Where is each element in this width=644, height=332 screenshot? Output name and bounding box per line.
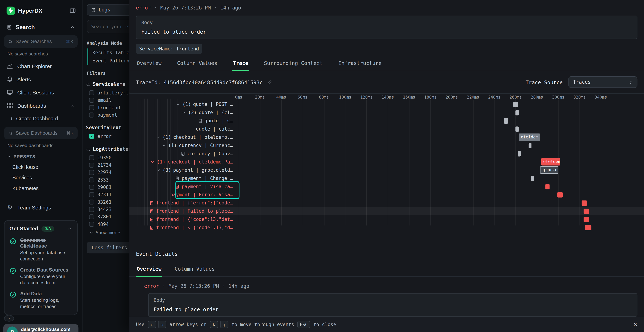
- checkbox-icon[interactable]: ✓: [89, 134, 94, 139]
- tab-trace[interactable]: Trace: [232, 56, 249, 71]
- tab-infrastructure[interactable]: Infrastructure: [338, 56, 382, 71]
- user-email: dale@clickhouse.com: [21, 327, 70, 332]
- service-tag[interactable]: ServiceName: frontend: [136, 44, 202, 54]
- less-filters-button[interactable]: Less filters: [86, 242, 136, 253]
- collapse-sidebar-icon[interactable]: [70, 7, 76, 14]
- trace-row[interactable]: (1)quote | POST …: [129, 100, 644, 108]
- chevron-down-icon[interactable]: [162, 143, 166, 148]
- trace-bar[interactable]: oteldem: [519, 134, 540, 141]
- span-label: frontend | Failed to place…: [156, 208, 233, 214]
- trace-bar[interactable]: [516, 126, 519, 132]
- trace-row[interactable]: (3)payment | grpc.oteld…grpc.o: [129, 166, 644, 174]
- checkbox-icon[interactable]: [89, 207, 94, 212]
- sidebar-item-clickhouse[interactable]: ClickHouse: [0, 162, 82, 172]
- tick-label: 180ms: [424, 95, 436, 99]
- checkbox-icon[interactable]: [89, 155, 94, 160]
- trace-bar[interactable]: [516, 110, 519, 115]
- trace-row[interactable]: (1)checkout | oteldemo.…oteldem: [129, 133, 644, 141]
- checkbox-icon[interactable]: [89, 105, 94, 110]
- presets-header[interactable]: PRESETS: [0, 151, 82, 162]
- search-icon: [86, 82, 90, 86]
- ed-tab-column-values[interactable]: Column Values: [174, 261, 216, 277]
- sidebar-item-alerts[interactable]: Alerts: [0, 72, 82, 86]
- help-button[interactable]: ?: [4, 315, 14, 322]
- tab-overview[interactable]: Overview: [136, 56, 162, 71]
- checkbox-icon[interactable]: [89, 185, 94, 190]
- chevron-down-icon[interactable]: [150, 160, 155, 164]
- get-started-item[interactable]: Add DataStart sending logs, metrics, or …: [8, 288, 73, 312]
- chevron-down-icon[interactable]: [156, 168, 160, 172]
- trace-row[interactable]: (1)checkout | oteldemo.Pa…oteldem: [129, 158, 644, 166]
- sidebar-item-client-sessions[interactable]: Client Sessions: [0, 86, 82, 99]
- edit-icon[interactable]: [267, 80, 272, 85]
- trace-source-select[interactable]: Traces: [568, 76, 638, 88]
- trace-bar[interactable]: [528, 143, 532, 148]
- get-started-items: Connect to ClickHouseSet up your databas…: [8, 235, 73, 312]
- trace-bar[interactable]: [582, 200, 587, 206]
- get-started-item[interactable]: Connect to ClickHouseSet up your databas…: [8, 235, 73, 264]
- search-section-header[interactable]: Search: [0, 20, 82, 34]
- trace-bar[interactable]: oteldem: [541, 158, 560, 166]
- trace-bar[interactable]: [584, 216, 589, 222]
- create-dashboard-button[interactable]: + Create Dashboard: [0, 112, 82, 125]
- sidebar-item-kubernetes[interactable]: Kubernetes: [0, 183, 82, 194]
- checkbox-icon[interactable]: [89, 112, 94, 118]
- checkbox-icon[interactable]: [89, 90, 94, 95]
- trace-row[interactable]: frontend | Failed to place…: [129, 207, 644, 215]
- trace-row[interactable]: frontend | {"error":{"code…: [129, 199, 644, 207]
- trace-bar[interactable]: [514, 102, 518, 107]
- trace-bar[interactable]: [504, 118, 508, 124]
- nav-item-label: Chart Explorer: [17, 63, 52, 69]
- event-timestamp: May 26 7:13:26 PM: [160, 5, 211, 11]
- chevron-down-icon[interactable]: [156, 135, 160, 139]
- trace-row[interactable]: quote | calc…: [129, 125, 644, 133]
- tick-label: 240ms: [488, 95, 500, 99]
- ed-tab-overview[interactable]: Overview: [136, 261, 162, 277]
- span-count: (3): [162, 167, 171, 173]
- checkbox-icon[interactable]: [89, 162, 94, 168]
- trace-bar[interactable]: [557, 192, 562, 197]
- close-icon[interactable]: ×: [633, 321, 638, 328]
- trace-row[interactable]: frontend | × {"code":13,"d…: [129, 224, 644, 232]
- trace-row[interactable]: currency | Conv…: [129, 150, 644, 158]
- get-started-header[interactable]: Get Started 3/3: [8, 225, 73, 235]
- tick-label: 260ms: [510, 95, 522, 99]
- sidebar-item-chart-explorer[interactable]: Chart Explorer: [0, 60, 82, 72]
- event-meta: error · May 26 7:13:26 PM · 14h ago: [136, 5, 638, 11]
- trace-bar[interactable]: [546, 184, 550, 189]
- trace-bar[interactable]: [584, 208, 589, 214]
- trace-row[interactable]: quote | C…: [129, 117, 644, 125]
- trace-row[interactable]: frontend | {"code":13,"det…: [129, 215, 644, 224]
- trace-row[interactable]: payment | Charge …: [129, 174, 644, 182]
- team-settings-button[interactable]: ⚙ Team Settings: [0, 200, 82, 215]
- trace-source-value: Traces: [573, 79, 591, 85]
- checkbox-icon[interactable]: [89, 222, 94, 227]
- trace-row[interactable]: payment | Error: Visa…: [129, 190, 644, 199]
- checkbox-icon[interactable]: [89, 178, 94, 182]
- trace-bar[interactable]: [530, 176, 534, 181]
- chevron-down-icon[interactable]: [176, 102, 180, 106]
- trace-row[interactable]: (2)quote | {cl…: [129, 108, 644, 117]
- user-menu[interactable]: D dale@clickhouse.com dale@clickhouse.co…: [3, 324, 78, 332]
- trace-source-label: Trace Source: [526, 79, 562, 85]
- saved-searches-input[interactable]: Saved Searches ⌘K: [4, 35, 78, 48]
- trace-bar[interactable]: grpc.o: [540, 166, 558, 174]
- checkbox-icon[interactable]: [89, 192, 94, 197]
- trace-bar[interactable]: [585, 225, 592, 230]
- chevron-down-icon: [6, 154, 11, 159]
- sidebar-item-dashboards[interactable]: Dashboards: [0, 99, 82, 112]
- checkbox-icon[interactable]: [89, 200, 94, 205]
- get-started-item[interactable]: Create Data SourcesConfigure where your …: [8, 264, 73, 288]
- sidebar-item-services[interactable]: Services: [0, 172, 82, 183]
- trace-row[interactable]: payment | Visa ca…: [129, 182, 644, 190]
- tab-surrounding-context[interactable]: Surrounding Context: [263, 56, 324, 71]
- facet-option-label: 22974: [97, 170, 112, 175]
- chevron-down-icon[interactable]: [182, 110, 186, 115]
- tab-column-values[interactable]: Column Values: [176, 56, 218, 71]
- checkbox-icon[interactable]: [89, 98, 94, 103]
- saved-dashboards-input[interactable]: Saved Dashboards ⌘K: [4, 127, 78, 139]
- trace-row[interactable]: (1)currency | Currenc…: [129, 141, 644, 150]
- checkbox-icon[interactable]: [89, 170, 94, 175]
- checkbox-icon[interactable]: [89, 214, 94, 219]
- trace-bar[interactable]: [518, 151, 521, 156]
